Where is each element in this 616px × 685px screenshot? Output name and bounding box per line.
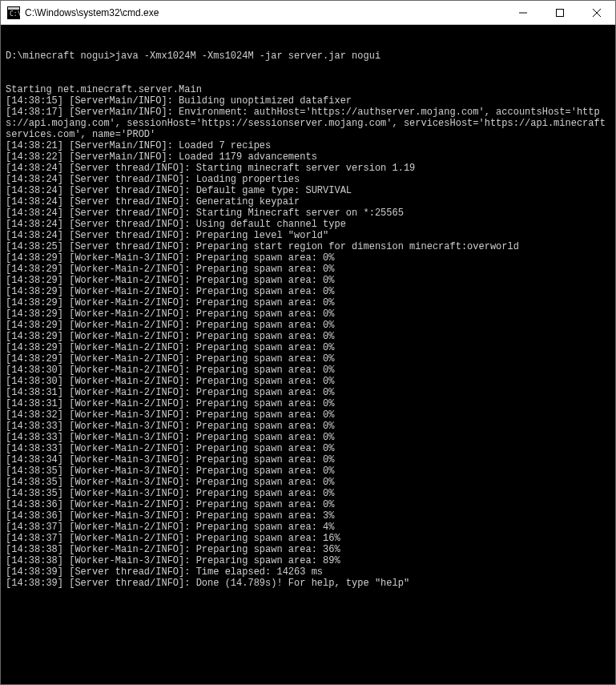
output-line: [14:38:24] [Server thread/INFO]: Using d… [6,219,610,230]
output-line: [14:38:29] [Worker-Main-2/INFO]: Prepari… [6,286,610,297]
maximize-button[interactable] [542,1,578,24]
output-line: [14:38:30] [Worker-Main-2/INFO]: Prepari… [6,376,610,387]
prompt: D:\minecraft nogui> [6,50,115,62]
output-line: [14:38:24] [Server thread/INFO]: Default… [6,185,610,196]
output-line: [14:38:36] [Worker-Main-3/INFO]: Prepari… [6,510,610,522]
output-line: [14:38:33] [Worker-Main-2/INFO]: Prepari… [6,443,610,454]
output-line: [14:38:32] [Worker-Main-3/INFO]: Prepari… [6,409,610,421]
output-line: [14:38:22] [ServerMain/INFO]: Loaded 117… [6,151,610,163]
svg-rect-4 [557,9,564,16]
output-line: [14:38:24] [Server thread/INFO]: Startin… [6,208,610,219]
output-line: [14:38:24] [Server thread/INFO]: Loading… [6,174,610,185]
output-line: [14:38:29] [Worker-Main-2/INFO]: Prepari… [6,353,610,365]
output-line: [14:38:38] [Worker-Main-2/INFO]: Prepari… [6,544,610,555]
window-title: C:\Windows\system32\cmd.exe [25,7,505,18]
close-button[interactable] [578,1,615,24]
output-line: [14:38:35] [Worker-Main-3/INFO]: Prepari… [6,488,610,499]
output-line: [14:38:30] [Worker-Main-2/INFO]: Prepari… [6,365,610,376]
command: java -Xmx1024M -Xms1024M -jar server.jar… [115,50,380,62]
command-line: D:\minecraft nogui>java -Xmx1024M -Xms10… [6,50,610,62]
output-line: [14:38:29] [Worker-Main-2/INFO]: Prepari… [6,264,610,275]
terminal-output[interactable]: D:\minecraft nogui>java -Xmx1024M -Xms10… [1,25,615,684]
output-line: [14:38:35] [Worker-Main-3/INFO]: Prepari… [6,465,610,477]
cmd-icon: C:\ [7,6,20,19]
output-line: [14:38:29] [Worker-Main-2/INFO]: Prepari… [6,297,610,308]
output-line: [14:38:15] [ServerMain/INFO]: Building u… [6,95,610,107]
output-line: [14:38:31] [Worker-Main-2/INFO]: Prepari… [6,387,610,398]
output-line: [14:38:25] [Server thread/INFO]: Prepari… [6,241,610,252]
output-line: [14:38:24] [Server thread/INFO]: Startin… [6,163,610,174]
output-line: Starting net.minecraft.server.Main [6,84,610,95]
output-line: [14:38:29] [Worker-Main-2/INFO]: Prepari… [6,320,610,331]
output-line: [14:38:17] [ServerMain/INFO]: Environmen… [6,107,610,140]
output-lines-container: Starting net.minecraft.server.Main[14:38… [6,84,610,589]
output-line: [14:38:34] [Worker-Main-3/INFO]: Prepari… [6,454,610,465]
output-line: [14:38:21] [ServerMain/INFO]: Loaded 7 r… [6,140,610,151]
svg-text:C:\: C:\ [10,10,20,18]
cmd-window: C:\ C:\Windows\system32\cmd.exe D:\minec… [0,0,616,685]
output-line: [14:38:39] [Server thread/INFO]: Time el… [6,566,610,578]
titlebar[interactable]: C:\ C:\Windows\system32\cmd.exe [1,1,615,25]
output-line: [14:38:33] [Worker-Main-3/INFO]: Prepari… [6,421,610,432]
minimize-button[interactable] [505,1,542,24]
window-controls [505,1,615,24]
output-line: [14:38:37] [Worker-Main-2/INFO]: Prepari… [6,522,610,533]
svg-rect-1 [8,7,19,10]
output-line: [14:38:39] [Server thread/INFO]: Done (1… [6,578,610,589]
output-line: [14:38:29] [Worker-Main-2/INFO]: Prepari… [6,308,610,320]
output-line: [14:38:35] [Worker-Main-3/INFO]: Prepari… [6,477,610,488]
output-line: [14:38:33] [Worker-Main-3/INFO]: Prepari… [6,432,610,443]
output-line: [14:38:31] [Worker-Main-2/INFO]: Prepari… [6,398,610,409]
output-line: [14:38:24] [Server thread/INFO]: Prepari… [6,230,610,241]
output-line: [14:38:38] [Worker-Main-3/INFO]: Prepari… [6,555,610,566]
output-line: [14:38:24] [Server thread/INFO]: Generat… [6,196,610,208]
output-line: [14:38:36] [Worker-Main-2/INFO]: Prepari… [6,499,610,510]
output-line: [14:38:29] [Worker-Main-2/INFO]: Prepari… [6,331,610,342]
output-line: [14:38:37] [Worker-Main-2/INFO]: Prepari… [6,533,610,544]
output-line: [14:38:29] [Worker-Main-2/INFO]: Prepari… [6,275,610,286]
output-line: [14:38:29] [Worker-Main-2/INFO]: Prepari… [6,342,610,353]
output-line: [14:38:29] [Worker-Main-3/INFO]: Prepari… [6,252,610,264]
